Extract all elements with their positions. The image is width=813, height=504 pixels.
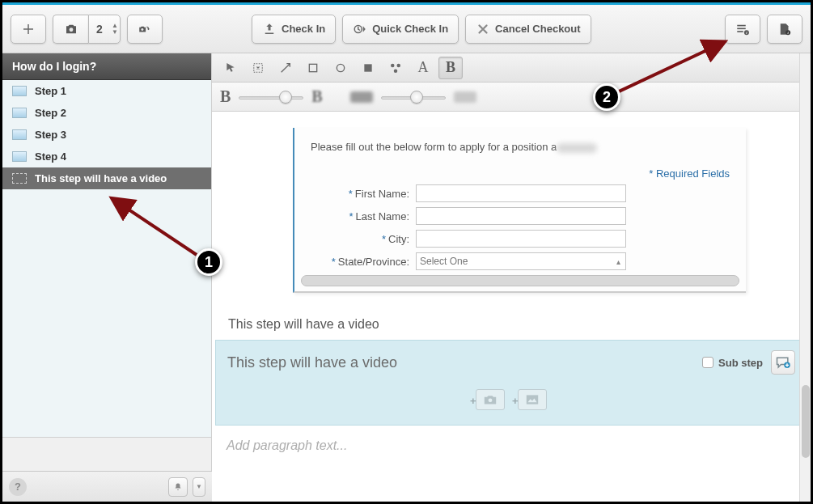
step-item[interactable]: Step 1	[2, 80, 211, 102]
chevron-up-down-icon: ▴	[616, 257, 620, 266]
app-footer: ? ▼	[2, 471, 212, 502]
capture-button[interactable]	[53, 15, 88, 44]
blur-amount-slider[interactable]	[239, 93, 303, 101]
rect-tool[interactable]	[301, 57, 325, 79]
camera-swap-icon	[138, 22, 152, 36]
document-info-icon: i	[777, 22, 792, 36]
lesson-properties-button[interactable]: i	[767, 15, 802, 44]
help-button[interactable]: ?	[9, 478, 27, 496]
step-item-selected[interactable]: This step will have a video	[2, 167, 211, 189]
step-item[interactable]: Step 3	[2, 124, 211, 146]
capture-delay-value: 2	[89, 23, 110, 36]
crop-tool[interactable]	[246, 57, 270, 79]
last-name-input[interactable]	[416, 207, 626, 225]
insert-content-button[interactable]	[771, 350, 795, 375]
svg-point-12	[337, 64, 344, 71]
editor-content: A B B B Please fill out the below form t…	[212, 53, 811, 502]
notifications-dropdown[interactable]: ▼	[193, 477, 205, 497]
camera-icon	[64, 22, 78, 36]
blur-swatch-light	[454, 91, 476, 103]
capture-delay[interactable]: 2 ▲▼	[88, 15, 121, 44]
svg-point-14	[391, 63, 395, 67]
blur-tint-slider[interactable]	[381, 93, 446, 101]
substep-toggle[interactable]: Sub step	[702, 357, 763, 369]
check-in-label: Check In	[282, 23, 325, 35]
add-screenshot-button[interactable]: +	[476, 389, 505, 410]
arrow-tool[interactable]	[273, 57, 298, 79]
recapture-button[interactable]	[127, 15, 163, 44]
plus-icon: +	[512, 395, 519, 407]
lesson-title: How do I login?	[2, 53, 211, 80]
step-editor-header: This step will have a video Sub step	[227, 350, 795, 375]
step-title-text: This step will have a video	[212, 301, 811, 340]
redacted-text	[557, 143, 597, 153]
annotation-toolbar: A B	[212, 53, 811, 83]
sequence-tool[interactable]	[383, 57, 408, 79]
check-in-button[interactable]: Check In	[252, 15, 336, 44]
notifications-button[interactable]	[168, 477, 188, 497]
screenshot-form: Please fill out the below form to apply …	[293, 128, 746, 293]
svg-rect-13	[364, 64, 371, 71]
text-tool[interactable]: A	[411, 57, 435, 79]
add-button[interactable]	[11, 15, 46, 44]
cancel-icon	[476, 22, 490, 36]
step-placeholder-icon	[12, 173, 27, 184]
svg-rect-3	[737, 24, 746, 26]
oval-tool[interactable]	[328, 57, 353, 79]
step-label: Step 4	[35, 150, 66, 163]
annotation-badge-1: 1	[195, 248, 222, 276]
list-info-icon: i	[735, 22, 750, 36]
image-icon	[524, 393, 540, 406]
step-title-input[interactable]: This step will have a video	[227, 354, 702, 371]
blur-sharp-icon: B	[220, 87, 231, 106]
square-icon	[307, 61, 320, 74]
step-label: This step will have a video	[35, 172, 167, 184]
bell-icon	[173, 482, 183, 492]
blur-swatch-dark	[350, 91, 373, 103]
main-toolbar: 2 ▲▼ Check In Quick Check In Cancel Chec…	[2, 5, 811, 53]
svg-rect-19	[527, 395, 538, 404]
media-insert-row: + +	[227, 375, 795, 415]
sequence-icon	[388, 61, 403, 75]
horizontal-scrollbar[interactable]	[301, 275, 739, 286]
delay-stepper[interactable]: ▲▼	[110, 23, 120, 36]
quick-check-in-button[interactable]: Quick Check In	[342, 15, 459, 44]
svg-point-1	[141, 28, 143, 31]
paragraph-placeholder[interactable]: Add paragraph text...	[212, 426, 811, 453]
filled-rect-tool[interactable]	[356, 57, 380, 79]
pointer-icon	[224, 61, 237, 74]
blur-soft-icon: B	[311, 87, 322, 106]
svg-rect-11	[309, 64, 316, 71]
form-field-state: *State/Province: Select One ▴	[311, 252, 730, 270]
cancel-checkout-button[interactable]: Cancel Checkout	[465, 15, 591, 44]
checkbox-icon	[702, 357, 713, 368]
state-select[interactable]: Select One ▴	[416, 252, 626, 270]
svg-rect-5	[737, 31, 743, 32]
add-image-button[interactable]: +	[518, 389, 547, 410]
camera-icon	[482, 393, 498, 406]
help-icon: ?	[15, 481, 21, 493]
first-name-input[interactable]	[416, 184, 626, 202]
blur-tool[interactable]: B	[438, 57, 463, 79]
step-label: Step 2	[35, 107, 66, 119]
quick-upload-icon	[353, 22, 367, 36]
vertical-scrollbar[interactable]	[799, 53, 811, 502]
upload-icon	[262, 22, 277, 36]
blur-b-icon: B	[446, 59, 455, 76]
filled-square-icon	[362, 61, 375, 74]
svg-point-0	[69, 28, 73, 32]
step-item[interactable]: Step 2	[2, 102, 211, 124]
arrow-icon	[279, 61, 292, 74]
form-field-first-name: *First Name:	[311, 184, 730, 202]
step-properties-button[interactable]: i	[725, 15, 760, 44]
city-input[interactable]	[416, 230, 626, 248]
pointer-tool[interactable]	[218, 57, 243, 79]
step-item[interactable]: Step 4	[2, 146, 211, 167]
step-thumb-icon	[12, 108, 27, 118]
steps-sidebar: How do I login? Step 1 Step 2 Step 3 Ste…	[2, 53, 212, 502]
svg-point-15	[397, 63, 401, 67]
step-thumb-icon	[12, 129, 27, 140]
step-thumb-icon	[12, 151, 27, 162]
circle-icon	[334, 61, 347, 74]
step-editor-panel: This step will have a video Sub step	[215, 340, 807, 426]
